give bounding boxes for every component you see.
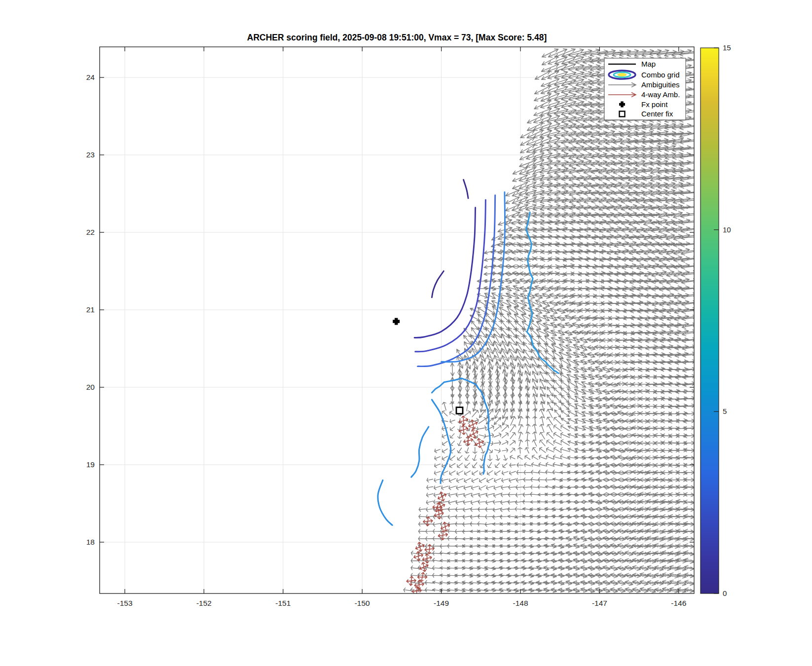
y-axis-tick-labels: 18192021222324 [86, 73, 95, 546]
y-tick-label: 23 [86, 150, 95, 159]
legend-label: Center fix [641, 110, 673, 118]
chart-title: ARCHER scoring field, 2025-09-08 19:51:0… [100, 33, 694, 43]
y-tick-label: 20 [86, 383, 95, 391]
x-tick-label: -150 [355, 599, 370, 607]
fx-point-marker [393, 318, 400, 325]
y-tick-label: 18 [86, 538, 95, 546]
y-tick-label: 24 [86, 73, 95, 81]
colorbar-tick-label: 15 [723, 43, 731, 52]
x-tick-label: -153 [117, 599, 132, 607]
x-tick-label: -151 [275, 599, 291, 607]
center-fix-icon [620, 111, 625, 117]
colorbar-tick-label: 5 [723, 407, 727, 415]
x-axis-tick-labels: -153-152-151-150-149-148-147-146 [117, 599, 686, 607]
legend-label: Combo grid [641, 71, 680, 79]
figure-archer-scoring-field: ARCHER scoring field, 2025-09-08 19:51:0… [0, 0, 812, 666]
x-tick-label: -146 [671, 599, 686, 607]
center-fix-marker [456, 407, 463, 414]
colorbar: 051015 [701, 43, 731, 597]
legend-label: Fx point [641, 100, 668, 109]
quiver-field-ambiguities [404, 49, 706, 593]
contour-level-5 [378, 480, 392, 525]
colorbar-tick-label: 0 [723, 589, 727, 597]
legend: MapCombo gridAmbiguities4-way Amb.Fx poi… [604, 58, 686, 120]
y-tick-label: 22 [86, 228, 95, 236]
legend-label: Ambiguities [641, 80, 680, 89]
colorbar-tick-label: 10 [723, 225, 731, 234]
contour-level-0 [432, 271, 443, 297]
x-tick-label: -147 [592, 599, 607, 607]
y-tick-label: 21 [86, 305, 95, 314]
contour-level-5 [411, 427, 429, 477]
contour-level-1 [414, 208, 476, 338]
contour-level-3 [418, 195, 495, 367]
contour-level-0 [464, 180, 469, 198]
x-tick-label: -149 [434, 599, 449, 607]
legend-label: 4-way Amb. [641, 90, 680, 99]
x-tick-label: -148 [513, 599, 528, 607]
x-tick-label: -152 [196, 599, 212, 607]
legend-entry-combo-grid: Combo grid [609, 71, 680, 79]
plot-canvas: -153-152-151-150-149-148-147-14618192021… [0, 0, 812, 666]
y-tick-label: 19 [86, 460, 95, 469]
legend-label: Map [641, 60, 656, 68]
